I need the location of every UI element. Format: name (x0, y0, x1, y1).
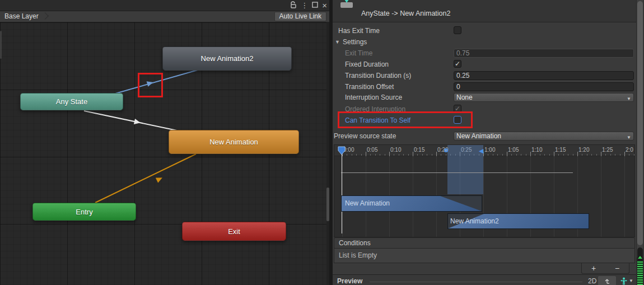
ruler-minor-tick (380, 154, 380, 156)
state-node-exit[interactable]: Exit (182, 222, 286, 241)
playhead-pin[interactable] (338, 146, 346, 157)
fixed-duration-checkbox[interactable]: ✓ (454, 60, 461, 68)
dropdown-arrow-icon: ▼ (629, 278, 633, 283)
state-node-entry[interactable]: Entry (32, 203, 136, 221)
transition-arrow-orange[interactable] (156, 175, 164, 183)
preview-divider (370, 282, 582, 282)
ruler-tick-label: 1:10 (531, 147, 542, 153)
breadcrumb-base-layer[interactable]: Base Layer (4, 12, 39, 20)
ruler-tick (624, 152, 625, 156)
kebab-menu-icon[interactable]: ⋮ (301, 1, 308, 11)
ruler-minor-tick (549, 154, 550, 156)
pivot-icon[interactable] (598, 276, 616, 285)
state-machine-canvas[interactable]: New Animation2 Any State New Animation E… (0, 22, 329, 285)
timeline-ruler[interactable]: 0:000:050:100:150:200:251:001:051:101:15… (334, 145, 635, 156)
preview-bar: Preview 2D ▼ (333, 274, 636, 285)
ruler-minor-tick (446, 154, 446, 156)
ruler-tick (577, 152, 578, 156)
conditions-footer: + − (581, 263, 629, 274)
add-condition-button[interactable]: + (585, 264, 602, 273)
close-icon[interactable]: × (322, 1, 327, 11)
ruler-tick-label: 1:00 (484, 147, 495, 153)
ruler-minor-tick (540, 154, 540, 156)
check-icon: ✓ (455, 60, 460, 67)
transition-duration-band[interactable] (447, 145, 483, 194)
settings-label[interactable]: Settings (343, 38, 367, 46)
transition-offset-field[interactable]: 0 (454, 82, 634, 91)
timeline-bar-label: New Animation2 (450, 217, 499, 225)
state-node-any-state[interactable]: Any State (20, 93, 123, 110)
ruler-minor-tick (535, 154, 535, 156)
avatar-icon[interactable]: ▼ (618, 276, 635, 285)
ruler-tick-label: 1:15 (555, 147, 566, 153)
ruler-minor-tick (422, 154, 423, 156)
ruler-tick-label: 2:0 (626, 147, 633, 153)
conditions-header: Conditions (334, 237, 635, 249)
ruler-tick (601, 152, 601, 156)
blend-out-wedge (440, 196, 482, 211)
transition-start-handle[interactable] (444, 148, 448, 152)
preview-2d-toggle[interactable]: 2D (588, 277, 596, 285)
preview-label[interactable]: Preview (337, 277, 362, 285)
transition-duration-field[interactable]: 0.25 (454, 71, 634, 80)
state-node-label: Any State (56, 97, 87, 106)
transition-timeline[interactable]: 0:000:050:100:150:200:251:001:051:101:15… (334, 144, 635, 237)
remove-condition-button[interactable]: − (609, 264, 626, 273)
maximize-icon[interactable] (312, 2, 318, 10)
auto-live-link-button[interactable]: Auto Live Link (274, 12, 326, 21)
timeline-gridline (624, 156, 625, 237)
ruler-tick-label: 0:15 (414, 147, 424, 153)
ruler-minor-tick (399, 154, 399, 156)
ruler-tick-label: 1:25 (602, 147, 613, 153)
ruler-minor-tick (511, 154, 512, 156)
exit-time-label: Exit Time (345, 49, 372, 57)
ruler-minor-tick (427, 154, 427, 156)
ruler-minor-tick (544, 154, 545, 156)
ruler-minor-tick (521, 154, 521, 156)
has-exit-time-checkbox[interactable] (454, 26, 461, 34)
state-node-label: Entry (76, 208, 92, 216)
breadcrumb-bar: Base Layer Auto Live Link (0, 11, 329, 22)
timeline-gridline (601, 156, 601, 237)
ruler-minor-tick (558, 154, 559, 156)
timeline-bar-new-animation2[interactable]: New Animation2 (447, 213, 589, 229)
transition-offset-label: Transition Offset (345, 83, 394, 91)
ruler-tick (389, 152, 390, 156)
ruler-minor-tick (629, 154, 629, 156)
state-node-new-animation[interactable]: New Animation (169, 130, 299, 154)
ruler-tick (413, 152, 413, 156)
ruler-minor-tick (587, 154, 587, 156)
inspector-scrollbar[interactable] (636, 0, 644, 285)
timeline-bar-new-animation[interactable]: New Animation (341, 195, 482, 212)
ruler-tick (436, 152, 437, 156)
ruler-minor-tick (526, 154, 526, 156)
transition-icon (339, 0, 354, 11)
ruler-tick-label: 1:20 (578, 147, 589, 153)
preview-source-state-dropdown[interactable]: New Animation▼ (454, 132, 634, 141)
ruler-minor-tick (497, 154, 498, 156)
ruler-minor-tick (620, 154, 620, 156)
conditions-empty-list: List is Empty (334, 249, 635, 263)
ruler-minor-tick (356, 154, 357, 156)
transition-line-orange[interactable] (95, 154, 196, 203)
ruler-minor-tick (591, 154, 592, 156)
transition-duration-label: Transition Duration (s) (345, 72, 411, 80)
lock-icon[interactable] (290, 1, 297, 11)
transition-end-handle[interactable]: ◀ (479, 147, 483, 155)
unity-animator-window: ⋮ × Base Layer Auto Live Link (0, 0, 644, 285)
ruler-minor-tick (582, 154, 582, 156)
inspector-header: AnyState -> New Animation2 (333, 0, 636, 22)
ruler-minor-tick (596, 154, 597, 156)
interruption-source-dropdown[interactable]: None▼ (454, 93, 634, 102)
canvas-left-scrollbar-thumb[interactable] (0, 31, 2, 59)
red-highlight-transition-arrow (138, 73, 163, 97)
ruler-minor-tick (516, 154, 517, 156)
inspector-title: AnyState -> New Animation2 (361, 10, 450, 17)
settings-foldout-icon[interactable]: ▼ (335, 39, 340, 45)
red-highlight-can-transition-to-self (338, 111, 473, 128)
scrollbar-thumb[interactable] (637, 1, 643, 245)
ruler-minor-tick (488, 154, 488, 156)
ruler-tick-label: 0:05 (367, 147, 377, 153)
state-node-new-animation2[interactable]: New Animation2 (162, 46, 292, 71)
playhead-line[interactable] (342, 151, 342, 233)
